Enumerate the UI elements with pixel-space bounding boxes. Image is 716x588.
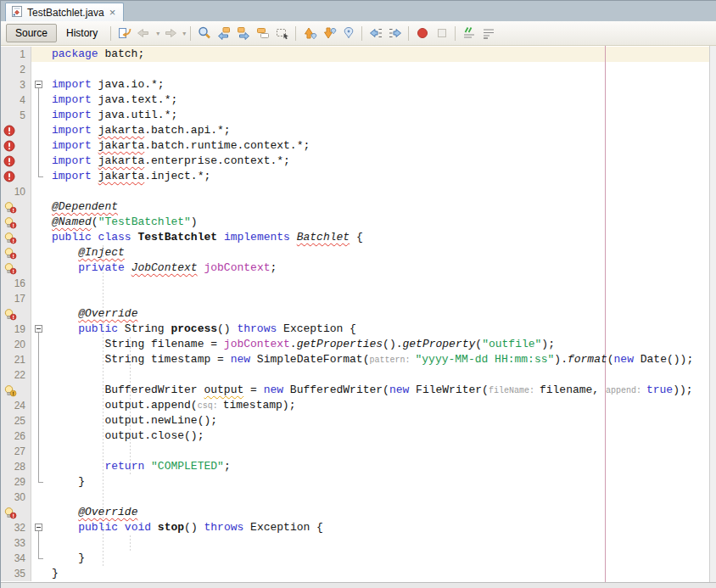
line-number: 10: [1, 184, 31, 199]
code-text[interactable]: @Inject: [48, 245, 710, 260]
fold-start[interactable]: [31, 520, 48, 535]
code-editor[interactable]: 1package batch;23import java.io.*;4impor…: [1, 46, 716, 582]
code-line: 26 output.close();: [1, 428, 710, 444]
line-number: 22: [1, 367, 31, 383]
shift-line-right-icon[interactable]: [385, 24, 405, 42]
fold-column: [31, 184, 48, 199]
jump-last-edit-icon[interactable]: [115, 24, 134, 42]
toolbar-separator: [408, 26, 409, 41]
code-text[interactable]: @Override: [48, 306, 710, 322]
code-text[interactable]: BufferedWriter output = new BufferedWrit…: [48, 383, 710, 398]
error-stripe[interactable]: [709, 46, 716, 582]
fold-mid: [31, 138, 48, 154]
find-previous-icon[interactable]: [214, 24, 233, 42]
source-view-button[interactable]: Source: [6, 24, 57, 42]
fold-collapse-toggle[interactable]: [35, 524, 42, 531]
code-text[interactable]: return "COMPLETED";: [48, 459, 710, 474]
fold-column: [31, 199, 48, 215]
code-text[interactable]: import jakarta.inject.*;: [48, 169, 710, 184]
code-text[interactable]: [48, 367, 710, 383]
code-text[interactable]: package batch;: [48, 47, 710, 62]
error-badge-icon[interactable]: [1, 154, 31, 169]
find-next-icon[interactable]: [233, 24, 253, 42]
code-text[interactable]: public class TestBatchlet implements Bat…: [48, 230, 710, 245]
code-text[interactable]: [48, 490, 710, 505]
code-text[interactable]: [48, 62, 710, 77]
code-text[interactable]: output.close();: [48, 428, 710, 444]
hint-error-bulb-icon[interactable]: [1, 215, 31, 230]
hint-warning-bulb-icon[interactable]: [1, 383, 31, 398]
fold-collapse-toggle[interactable]: [35, 325, 42, 333]
code-lines: 1package batch;23import java.io.*;4impor…: [1, 46, 710, 581]
fold-column: [31, 215, 48, 230]
fold-mid: [31, 398, 48, 413]
code-text[interactable]: public void stop() throws Exception {: [48, 520, 710, 535]
code-line: 34 }: [1, 551, 710, 566]
code-text[interactable]: String timestamp = new SimpleDateFormat(…: [48, 352, 710, 367]
code-text[interactable]: @Named("TestBatchlet"): [48, 215, 710, 230]
code-text[interactable]: import jakarta.batch.api.*;: [48, 123, 710, 138]
code-text[interactable]: import java.text.*;: [48, 92, 710, 108]
code-line: 33: [1, 535, 710, 551]
line-number: 30: [1, 490, 31, 505]
uncomment-icon[interactable]: [478, 24, 498, 42]
shift-line-left-icon[interactable]: [366, 24, 385, 42]
code-text[interactable]: @Dependent: [48, 199, 710, 215]
code-text[interactable]: }: [48, 474, 710, 490]
error-badge-icon[interactable]: [1, 123, 31, 138]
tab-close-icon[interactable]: ×: [109, 7, 117, 18]
rectangular-selection-icon[interactable]: [272, 24, 292, 42]
toggle-bookmark-icon[interactable]: [338, 24, 358, 42]
record-macro-icon[interactable]: [412, 24, 432, 42]
toolbar-separator: [361, 26, 362, 41]
code-text[interactable]: private JobContext jobContext;: [48, 260, 710, 276]
comment-icon[interactable]: [459, 24, 478, 42]
previous-bookmark-icon[interactable]: [299, 24, 319, 42]
hint-error-bulb-icon[interactable]: [1, 245, 31, 260]
error-badge-icon[interactable]: [1, 169, 31, 184]
fold-collapse-toggle[interactable]: [35, 81, 42, 88]
hint-error-bulb-icon[interactable]: [1, 199, 31, 215]
code-line: import jakarta.batch.runtime.context.*;: [1, 138, 710, 154]
line-number: 27: [1, 444, 31, 459]
code-text[interactable]: output.append(csq: timestamp);: [48, 398, 710, 413]
next-bookmark-icon[interactable]: [319, 24, 338, 42]
code-text[interactable]: import java.util.*;: [48, 108, 710, 123]
fold-start[interactable]: [31, 77, 48, 92]
code-text[interactable]: [48, 535, 710, 551]
code-text[interactable]: [48, 276, 710, 291]
code-text[interactable]: [48, 291, 710, 306]
error-badge-icon[interactable]: [1, 138, 31, 154]
fold-mid: [31, 413, 48, 428]
code-text[interactable]: }: [48, 566, 710, 581]
tab-testbatchlet-java[interactable]: TestBatchlet.java ×: [5, 3, 124, 21]
horizontal-scrollbar-track[interactable]: [1, 582, 716, 588]
line-number: 20: [1, 337, 31, 352]
fold-end: [31, 169, 48, 184]
history-view-button[interactable]: History: [57, 24, 107, 42]
code-text[interactable]: @Override: [48, 505, 710, 520]
toggle-highlight-search-icon[interactable]: [253, 24, 272, 42]
toolbar-separator: [455, 26, 456, 41]
code-text[interactable]: import jakarta.enterprise.context.*;: [48, 154, 710, 169]
code-text[interactable]: output.newLine();: [48, 413, 710, 428]
code-text[interactable]: [48, 184, 710, 199]
code-line: public class TestBatchlet implements Bat…: [1, 230, 710, 245]
fold-start[interactable]: [31, 322, 48, 337]
hint-error-bulb-icon[interactable]: [1, 505, 31, 520]
code-text[interactable]: import java.io.*;: [48, 77, 710, 92]
fold-mid: [31, 535, 48, 551]
hint-error-bulb-icon[interactable]: [1, 230, 31, 245]
code-text[interactable]: [48, 444, 710, 459]
hint-error-bulb-icon[interactable]: [1, 260, 31, 276]
code-text[interactable]: import jakarta.batch.runtime.context.*;: [48, 138, 710, 154]
code-text[interactable]: }: [48, 551, 710, 566]
code-text[interactable]: public String process() throws Exception…: [48, 322, 710, 337]
editor-toolbar: Source History ▾▾: [1, 21, 716, 46]
back-icon: ▾: [134, 24, 160, 42]
hint-error-bulb-icon[interactable]: [1, 306, 31, 322]
fold-end: [31, 474, 48, 490]
line-number: 16: [1, 276, 31, 291]
code-text[interactable]: String filename = jobContext.getProperti…: [48, 337, 710, 352]
find-selection-icon[interactable]: [194, 24, 214, 42]
